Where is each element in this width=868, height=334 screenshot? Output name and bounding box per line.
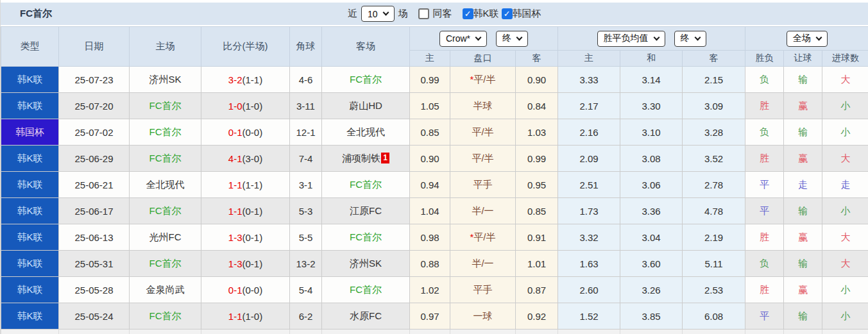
match-date-cell: 25-07-02 <box>59 119 130 146</box>
mean-odds-draw-cell: 3.14 <box>620 67 683 93</box>
mean-stage-select[interactable]: 终 <box>674 31 706 47</box>
league-checkbox[interactable] <box>463 8 473 19</box>
match-date-cell: 25-07-23 <box>59 67 130 93</box>
handicap-line-cell: *平/半 <box>450 224 516 251</box>
sub-header-goals: 进球数 <box>822 51 868 67</box>
home-team-name: 全北现代 <box>146 179 185 190</box>
handicap-odds-away-cell: 0.95 <box>516 172 558 198</box>
handicap-odds-home-cell: 0.94 <box>410 172 450 198</box>
table-row: 韩K联 25-06-21 全北现代 1-1(1-1) 3-1 FC首尔 0.94… <box>1 172 868 198</box>
away-team-cell: FC首尔 <box>322 172 410 198</box>
mean-odds-draw-cell: 3.08 <box>620 146 683 172</box>
matches-label: 场 <box>398 8 408 20</box>
competition-type-cell: 韩K联 <box>1 67 59 93</box>
handicap-line: 平/半 <box>472 126 493 137</box>
match-date-cell: 25-06-29 <box>59 146 130 172</box>
home-team-cell: 全北现代 <box>130 172 201 198</box>
cup-label: 韩国杯 <box>513 8 541 20</box>
away-team-name: 浦项制铁 <box>342 153 380 163</box>
handicap-odds-home-cell: 1.04 <box>410 198 450 224</box>
result-handicap-cell: 输 <box>784 67 822 93</box>
competition-type-cell: 韩K联 <box>1 303 59 330</box>
score-cell: 1-3(0-1) <box>201 251 290 277</box>
away-team-cell: 济州SK <box>322 251 410 277</box>
table-row: 韩K联 25-05-31 FC首尔 1-3(0-1) 13-2 济州SK 0.8… <box>1 251 868 277</box>
handicap-line-cell: 平/半 <box>450 119 516 146</box>
result-goals-cell: 小 <box>822 303 868 330</box>
same-guest-checkbox[interactable] <box>418 8 429 19</box>
handicap-odds-home-cell: 0.88 <box>410 251 450 277</box>
match-scope-select[interactable]: 全场 <box>787 31 828 47</box>
away-team-name: 水原FC <box>350 310 382 321</box>
mean-odds-draw-cell: 3.06 <box>620 172 683 198</box>
home-team-cell: 济州SK <box>130 67 201 93</box>
score-cell: 1-1(1-0) <box>201 303 290 330</box>
match-table: 类型 日期 主场 比分(半场) 角球 客场 Crow* 终 <box>1 26 868 334</box>
cup-checkbox[interactable] <box>502 8 513 19</box>
corners-cell: 4-6 <box>290 67 322 93</box>
match-date-cell: 25-06-17 <box>59 198 130 224</box>
sub-header-mean-away: 客 <box>683 51 745 67</box>
clipped-row <box>1 330 868 334</box>
result-outcome-cell: 胜 <box>745 277 784 303</box>
home-team-cell: FC首尔 <box>130 119 201 146</box>
handicap-line-cell: 平手 <box>450 172 516 198</box>
handicap-odds-away-cell: 0.85 <box>516 198 558 224</box>
handicap-line: 平/半 <box>473 74 495 85</box>
corners-cell: 3-1 <box>290 172 322 198</box>
home-team-name: FC首尔 <box>149 310 182 321</box>
company-odds-group-header: Crow* 终 <box>410 27 558 51</box>
result-handicap-cell: 输 <box>784 251 822 277</box>
away-team-name: 蔚山HD <box>349 100 382 111</box>
chevron-down-icon <box>653 34 660 40</box>
away-team-name: 全北现代 <box>346 126 385 137</box>
fulltime-score: 0-1 <box>228 127 243 138</box>
halftime-score: (0-1) <box>243 232 263 243</box>
score-cell: 3-2(1-1) <box>201 67 290 93</box>
home-team-name: FC首尔 <box>149 258 182 269</box>
result-outcome-cell: 负 <box>745 119 784 146</box>
mean-odds-away-cell: 3.09 <box>683 93 745 119</box>
result-goals-cell: 走 <box>822 172 868 198</box>
handicap-line: 平/半 <box>473 231 495 242</box>
result-outcome-cell: 负 <box>745 67 784 93</box>
score-cell: 0-1(0-0) <box>201 277 290 303</box>
sub-header-mean-home: 主 <box>558 51 620 67</box>
table-row: 韩K联 25-06-29 FC首尔 4-1(3-0) 7-4 浦项制铁1 0.9… <box>1 146 868 172</box>
home-team-cell: FC首尔 <box>130 146 201 172</box>
mean-odds-home-cell: 3.32 <box>558 224 620 251</box>
home-team-cell: FC首尔 <box>130 251 201 277</box>
mean-odds-home-cell: 1.52 <box>558 303 620 330</box>
away-team-cell: FC首尔 <box>322 277 410 303</box>
mean-odds-away-cell: 2.15 <box>683 67 745 93</box>
result-outcome-cell: 胜 <box>745 224 784 251</box>
company-stage-select[interactable]: 终 <box>496 31 528 47</box>
sub-header-odds-away: 客 <box>516 51 558 67</box>
result-goals-cell: 小 <box>822 277 868 303</box>
competition-type-cell: 韩K联 <box>1 251 59 277</box>
away-team-name: 江原FC <box>350 205 382 216</box>
handicap-odds-home-cell: 0.90 <box>410 146 450 172</box>
away-team-name: FC首尔 <box>350 74 382 85</box>
competition-type-cell: 韩K联 <box>1 198 59 224</box>
score-cell: 4-1(3-0) <box>201 146 290 172</box>
handicap-line-cell: 半/一 <box>450 251 516 277</box>
corners-cell: 12-1 <box>290 119 322 146</box>
match-scope-value: 全场 <box>793 33 811 44</box>
fulltime-score: 0-1 <box>228 285 243 296</box>
away-team-name: 济州SK <box>350 258 382 269</box>
mean-odds-home-cell: 2.60 <box>558 277 620 303</box>
mean-odds-select[interactable]: 胜平负均值 <box>597 31 665 47</box>
sub-header-odds-home: 主 <box>410 51 450 67</box>
handicap-odds-home-cell: 0.99 <box>410 67 450 93</box>
odds-company-select[interactable]: Crow* <box>439 31 487 47</box>
home-team-name: FC首尔 <box>149 153 182 163</box>
recent-count-select[interactable]: 10 <box>361 6 395 22</box>
handicap-line: 平手 <box>473 284 493 295</box>
odds-company-value: Crow* <box>446 33 470 44</box>
result-handicap-cell: 赢 <box>784 146 822 172</box>
table-row: 韩国杯 25-07-02 FC首尔 0-1(0-0) 12-1 全北现代 0.8… <box>1 119 868 146</box>
sub-header-mean-draw: 和 <box>620 51 683 67</box>
mean-odds-draw-cell: 3.60 <box>620 251 683 277</box>
result-handicap-cell: 走 <box>784 172 822 198</box>
